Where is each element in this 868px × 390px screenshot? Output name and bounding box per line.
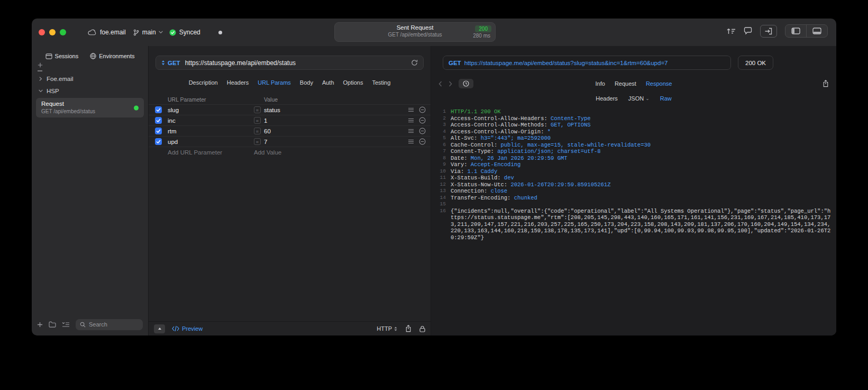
param-name[interactable]: rtm	[168, 128, 254, 134]
tab-environments[interactable]: Environments	[90, 53, 134, 59]
share-icon[interactable]	[405, 325, 412, 332]
param-checkbox[interactable]	[155, 128, 162, 134]
response-subtab-headers[interactable]: Headers	[596, 95, 618, 102]
param-name[interactable]: inc	[168, 117, 254, 124]
response-line: 16{"incidents":null,"overall":{"code":"o…	[435, 208, 833, 241]
code-icon	[172, 326, 179, 331]
remove-row-icon[interactable]	[419, 138, 426, 145]
response-tab-response[interactable]: Response	[646, 80, 672, 87]
sidebar-request-item[interactable]: Request GET /api/embed/status	[36, 98, 144, 117]
request-tab-options[interactable]: Options	[343, 79, 363, 86]
tree-item-foe-email[interactable]: Foe.email	[32, 72, 148, 85]
response-tab-info[interactable]: Info	[596, 80, 605, 87]
titlebar-toolbar	[727, 24, 828, 38]
param-row: rtm=60	[149, 125, 431, 136]
lock-icon[interactable]	[419, 325, 425, 332]
response-tab-request[interactable]: Request	[615, 80, 636, 87]
line-number: 1	[435, 108, 446, 115]
toggle-console-button[interactable]	[154, 324, 165, 333]
add-request-icon[interactable]	[37, 322, 43, 328]
layout-toggle-group	[785, 24, 828, 38]
sent-request-summary[interactable]: Sent Request 200 GET /api/embed/status 2…	[334, 22, 496, 42]
request-item-title: Request	[41, 101, 139, 107]
remove-row-icon[interactable]	[419, 117, 426, 124]
preview-label: Preview	[182, 325, 203, 332]
request-tab-auth[interactable]: Auth	[322, 79, 334, 86]
row-menu-icon[interactable]	[408, 139, 414, 144]
sidebar-footer: Search	[37, 319, 143, 330]
new-folder-icon[interactable]	[49, 321, 56, 328]
project-name[interactable]: foe.email	[100, 29, 126, 36]
sidebar-tabs: Sessions Environments	[32, 53, 148, 59]
sync-status-label: Synced	[179, 29, 200, 36]
response-line: 1HTTP/1.1 200 OK	[435, 108, 833, 115]
sort-icon[interactable]	[727, 28, 736, 35]
search-input[interactable]: Search	[76, 319, 143, 330]
protocol-select[interactable]: HTTP	[377, 325, 397, 332]
remove-row-icon[interactable]	[419, 128, 426, 134]
request-url-bar[interactable]: GET https://statuspage.me/api/embed/stat…	[156, 56, 424, 70]
response-request-url[interactable]: GET https://statuspage.me/api/embed/stat…	[443, 56, 731, 70]
param-name[interactable]: upd	[168, 139, 254, 145]
request-method[interactable]: GET	[168, 60, 180, 66]
param-value[interactable]: status	[264, 107, 403, 113]
row-menu-icon[interactable]	[408, 118, 414, 123]
row-menu-icon[interactable]	[408, 107, 414, 112]
add-param-value-placeholder[interactable]: Add Value	[254, 149, 426, 156]
request-tab-url-params[interactable]: URL Params	[258, 79, 291, 86]
environments-tab-label: Environments	[99, 53, 134, 59]
add-session-icon[interactable]	[38, 62, 43, 68]
tree-item-hsp[interactable]: HSP	[32, 85, 148, 97]
param-checkbox[interactable]	[155, 138, 162, 145]
git-branch-icon	[133, 29, 139, 36]
tab-sessions[interactable]: Sessions	[45, 53, 79, 59]
param-value[interactable]: 7	[264, 139, 403, 145]
line-number: 6	[435, 142, 446, 149]
preview-button[interactable]: Preview	[172, 325, 203, 332]
param-value[interactable]: 60	[264, 128, 403, 134]
toggle-bottom-panel-icon[interactable]	[806, 25, 827, 37]
request-tab-testing[interactable]: Testing	[372, 79, 390, 86]
branch-name[interactable]: main	[142, 29, 156, 36]
url-params-editor: URL Parameter Value slug=statusinc=1rtm=…	[149, 95, 431, 157]
params-table-header: URL Parameter Value	[149, 95, 431, 104]
method-select-icon[interactable]	[161, 60, 165, 66]
comment-icon[interactable]	[744, 27, 752, 35]
line-number: 16	[435, 208, 446, 241]
response-subtabs: HeadersJSON⌄Raw	[431, 95, 836, 102]
list-view-icon[interactable]	[62, 322, 70, 328]
param-checkbox[interactable]	[155, 106, 162, 113]
toggle-left-panel-icon[interactable]	[785, 25, 806, 37]
resend-request-icon[interactable]	[411, 59, 418, 66]
request-tab-body[interactable]: Body	[300, 79, 313, 86]
response-line: 15	[435, 201, 833, 208]
request-tab-description[interactable]: Description	[189, 79, 218, 86]
chevron-right-icon[interactable]	[39, 77, 43, 80]
request-url[interactable]: https://statuspage.me/api/embed/status	[185, 59, 408, 67]
chevron-down-icon[interactable]	[159, 31, 163, 34]
row-menu-icon[interactable]	[408, 129, 414, 133]
response-body-view[interactable]: 1HTTP/1.1 200 OK2Access-Control-Allow-He…	[435, 108, 833, 332]
zoom-window-button[interactable]	[60, 29, 66, 35]
line-number: 11	[435, 175, 446, 182]
protocol-label: HTTP	[377, 325, 392, 332]
remove-session-icon[interactable]	[38, 70, 43, 71]
param-value[interactable]: 1	[264, 117, 403, 124]
close-window-button[interactable]	[39, 29, 45, 35]
param-name[interactable]: slug	[168, 107, 254, 113]
response-subtab-raw[interactable]: Raw	[660, 95, 672, 102]
app-window: foe.email main Synced Sent Request 200 G…	[32, 19, 836, 335]
search-icon	[80, 322, 86, 328]
request-tab-headers[interactable]: Headers	[227, 79, 249, 86]
add-param-row[interactable]: Add URL Parameter Add Value	[149, 147, 431, 157]
add-param-name-placeholder[interactable]: Add URL Parameter	[168, 149, 254, 156]
remove-row-icon[interactable]	[419, 106, 426, 113]
chevron-down-icon[interactable]	[39, 89, 43, 93]
line-number: 15	[435, 201, 446, 208]
minimize-window-button[interactable]	[49, 29, 56, 35]
param-row: slug=status	[149, 104, 431, 115]
response-status-box: 200 OK	[738, 56, 773, 70]
import-export-icon[interactable]	[760, 25, 777, 38]
param-checkbox[interactable]	[155, 117, 162, 124]
response-subtab-json[interactable]: JSON⌄	[628, 95, 650, 102]
